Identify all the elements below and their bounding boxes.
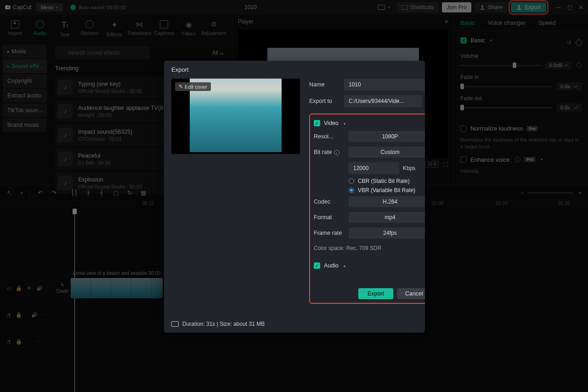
vbr-radio-row[interactable]: VBR (Variable Bit Rate): [314, 187, 425, 193]
reset-icon[interactable]: ↺: [567, 40, 571, 46]
fullscreen-icon[interactable]: ⛶: [443, 162, 448, 167]
pointer-tool[interactable]: ↖: [6, 189, 13, 197]
volume-icon[interactable]: 🔊: [36, 285, 43, 291]
basic-section-header[interactable]: ✓ Basic▾: [460, 37, 492, 44]
topbar: CapCut Menu▾ Auto saved: 09:55:02 1010 ▾…: [0, 0, 588, 15]
audio-section-header[interactable]: ✓ Audio▴: [314, 262, 425, 269]
trim-left-tool[interactable]: ⎬: [85, 189, 92, 197]
music-note-icon: ♪: [58, 128, 73, 142]
track-icon[interactable]: ◔: [6, 312, 11, 318]
undo-button[interactable]: ↶: [36, 189, 44, 197]
tab-effects[interactable]: ✦Effects: [102, 17, 127, 40]
keyframe-icon[interactable]: [576, 62, 582, 68]
volume-icon[interactable]: 🔊: [31, 312, 38, 318]
cover-button[interactable]: ✎Cover: [54, 283, 71, 294]
zoom-in-button[interactable]: ＋: [577, 189, 582, 197]
lock-icon[interactable]: 🔒: [16, 339, 22, 345]
fadein-slider[interactable]: [460, 86, 552, 87]
project-title: 1010: [131, 4, 370, 11]
tab-audio[interactable]: Audio: [28, 17, 52, 40]
fadein-value[interactable]: 0.0s▴▾: [557, 82, 582, 91]
more-icon[interactable]: ⋯: [47, 285, 52, 291]
exportto-label: Export to: [309, 98, 344, 104]
zoom-out-button[interactable]: −: [520, 190, 524, 196]
framerate-select[interactable]: 24fps: [349, 227, 425, 239]
name-input[interactable]: [344, 79, 425, 91]
enhance-voice-section[interactable]: Enhance voiceiPro▾: [460, 156, 582, 163]
checkbox-empty[interactable]: [460, 125, 467, 132]
aspect-ratio-label[interactable]: 16:9: [425, 161, 438, 168]
fadeout-slider[interactable]: [460, 107, 552, 108]
more-icon[interactable]: ⋯: [36, 339, 41, 345]
redo-button[interactable]: ↷: [50, 189, 57, 197]
fadeout-value[interactable]: 0.0s▴▾: [557, 103, 582, 112]
format-select[interactable]: mp4: [349, 212, 425, 223]
bitrate-select[interactable]: Custom: [349, 147, 425, 158]
autosave-icon: [70, 5, 76, 10]
maximize-button[interactable]: ▢: [567, 4, 572, 11]
edit-cover-button[interactable]: ✎Edit cover: [175, 82, 211, 91]
tab-basic[interactable]: Basic: [454, 15, 481, 31]
volume-slider[interactable]: [460, 65, 541, 66]
player-menu-icon[interactable]: ≡: [445, 18, 448, 25]
lock-icon[interactable]: 🔒: [16, 312, 22, 318]
sidebar-item-tiktok-sounds[interactable]: TikTok soun...: [3, 103, 47, 117]
right-panel: Basic Voice changer Speed ✓ Basic▾ ↺ Vol…: [453, 15, 588, 185]
tab-transitions[interactable]: ⋈Transitions: [127, 17, 152, 40]
zoom-slider[interactable]: [527, 192, 573, 193]
sidebar-item-music[interactable]: ▸Music: [3, 45, 47, 58]
sidebar-item-extract-audio[interactable]: Extract audio: [3, 89, 47, 102]
exportto-input[interactable]: [344, 95, 422, 107]
cancel-button[interactable]: Cancel: [397, 288, 425, 299]
cbr-radio-row[interactable]: CBR (Static Bit Rate): [314, 178, 425, 184]
tab-captions[interactable]: Captions: [152, 17, 176, 40]
tab-stickers[interactable]: Stickers: [77, 17, 102, 40]
minimize-button[interactable]: —: [555, 4, 561, 11]
share-button[interactable]: Share: [475, 2, 507, 12]
join-pro-button[interactable]: Join Pro: [442, 2, 471, 12]
shortcuts-button[interactable]: Shortcuts: [397, 2, 439, 12]
codec-select[interactable]: H.264: [349, 196, 425, 207]
visibility-icon[interactable]: ▭: [6, 285, 11, 291]
adjustment-icon: ⚙: [211, 20, 217, 28]
volume-value[interactable]: 0.0dB▴▾: [545, 61, 571, 69]
checkbox-empty[interactable]: [460, 156, 467, 163]
tab-speed[interactable]: Speed: [532, 15, 562, 31]
tab-voice-changer[interactable]: Voice changer: [481, 15, 532, 31]
group-tool[interactable]: ▦: [140, 189, 147, 197]
info-icon[interactable]: i: [515, 157, 520, 162]
topbar-right: ▾ Shortcuts Join Pro Share Export — ▢ ✕: [375, 2, 583, 12]
check-icon: ✓: [314, 120, 320, 126]
aspect-button[interactable]: ▾: [375, 3, 393, 12]
lock-icon[interactable]: 🔒: [16, 285, 22, 291]
bitrate-value-input[interactable]: [349, 162, 399, 174]
tab-import[interactable]: Import: [3, 17, 28, 40]
tab-adjustment[interactable]: ⚙Adjustment: [201, 17, 226, 40]
resolution-select[interactable]: 1080P: [349, 131, 425, 142]
playhead[interactable]: [74, 210, 75, 392]
more-icon[interactable]: ⋯: [42, 312, 47, 318]
video-clip[interactable]: [71, 278, 163, 298]
video-section-header[interactable]: ✓ Video▴: [314, 120, 425, 126]
tab-text[interactable]: TIText: [52, 17, 77, 40]
confirm-export-button[interactable]: Export: [358, 288, 393, 299]
filter-all-button[interactable]: All⚏: [209, 48, 226, 58]
trim-right-tool[interactable]: ⎨: [98, 189, 106, 197]
bitrate-unit: Kbps: [403, 165, 415, 171]
sidebar-item-brand-music[interactable]: Brand music: [3, 118, 47, 132]
crop-tool[interactable]: ▢: [112, 189, 119, 197]
eye-icon[interactable]: 👁: [27, 285, 32, 291]
search-input[interactable]: [55, 46, 150, 59]
split-tool[interactable]: ⎮⎮: [71, 189, 78, 197]
menu-button[interactable]: Menu▾: [36, 3, 63, 11]
tab-filters[interactable]: ◉Filters: [176, 17, 201, 40]
track-icon[interactable]: ◔: [6, 339, 11, 345]
sidebar-item-sound-effects[interactable]: ▸Sound effe...: [3, 59, 47, 73]
info-icon[interactable]: i: [334, 150, 339, 155]
normalize-section[interactable]: Normalize loudnessPro: [460, 125, 582, 132]
sidebar-item-copyright[interactable]: Copyright: [3, 74, 47, 88]
export-button-top[interactable]: Export: [511, 2, 546, 12]
keyframe-icon[interactable]: [575, 39, 583, 46]
close-button[interactable]: ✕: [579, 4, 583, 11]
ripple-tool[interactable]: ↻: [126, 189, 133, 197]
